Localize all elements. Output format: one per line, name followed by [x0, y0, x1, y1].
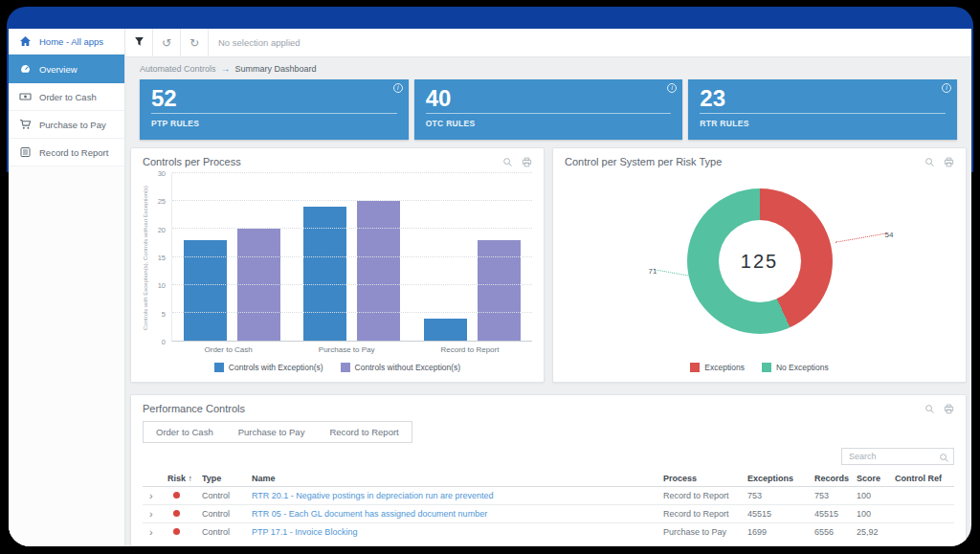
- exceptions-cell: 753: [747, 491, 814, 500]
- bar-controls-without-exception-s[interactable]: [478, 240, 521, 341]
- undo-button[interactable]: ↺: [153, 29, 181, 57]
- sidebar-item-purchase-to-pay[interactable]: Purchase to Pay: [9, 111, 124, 139]
- kpi-value: 52: [151, 84, 397, 112]
- breadcrumb-parent[interactable]: Automated Controls: [140, 64, 216, 74]
- score-cell: 100: [857, 491, 895, 500]
- sidebar-item-label: Home - All apps: [39, 36, 103, 47]
- kpi-label: RTR RULES: [700, 119, 946, 128]
- print-icon[interactable]: [944, 404, 954, 414]
- controls-table: Risk ↑TypeNameProcessExceptionsRecordsSc…: [143, 470, 954, 538]
- control-name-link[interactable]: RTR 05 - Each GL document has assigned d…: [252, 509, 663, 519]
- controls-per-process-panel: Controls per Process Controls with Excep…: [130, 147, 545, 383]
- column-header-name: Name: [252, 474, 663, 483]
- bar-controls-without-exception-s[interactable]: [357, 201, 400, 341]
- panel-actions: [924, 404, 954, 414]
- legend-item-controls-without-exception-s: Controls without Exception(s): [341, 363, 461, 372]
- process-tabs: Order to CashPurchase to PayRecord to Re…: [143, 421, 412, 443]
- print-icon[interactable]: [522, 157, 532, 167]
- zoom-icon[interactable]: [502, 157, 513, 167]
- column-header-records: Records: [814, 474, 857, 483]
- control-name-link[interactable]: RTR 20.1 - Negative postings in deprecia…: [252, 491, 663, 500]
- bar-controls-with-exception-s[interactable]: [303, 207, 346, 341]
- home-icon: [18, 35, 32, 47]
- expand-row-button[interactable]: ›: [143, 527, 167, 538]
- filter-button[interactable]: [125, 29, 153, 57]
- y-tick-label: 30: [158, 169, 166, 178]
- kpi-label: PTP RULES: [151, 119, 397, 128]
- dashboard-content: Automated Controls → Summary Dashboard i…: [125, 57, 971, 546]
- risk-dot: [173, 528, 180, 535]
- y-tick-label: 5: [162, 309, 166, 318]
- column-header-process: Process: [663, 474, 747, 483]
- bar-chart-yaxis: 051015202530: [152, 173, 171, 342]
- panel-header: Control per System per Risk Type: [565, 156, 954, 167]
- info-icon[interactable]: i: [942, 83, 951, 93]
- cart-icon: [18, 119, 32, 130]
- print-icon[interactable]: [944, 157, 954, 167]
- exceptions-cell: 1699: [747, 527, 814, 537]
- legend-item-exceptions: Exceptions: [690, 363, 745, 372]
- risk-cell: [167, 491, 202, 500]
- bar-chart-legend: Controls with Exception(s)Controls witho…: [143, 354, 532, 374]
- type-cell: Control: [202, 509, 252, 519]
- legend-label: Controls without Exception(s): [355, 363, 461, 372]
- tab-order-to-cash[interactable]: Order to Cash: [144, 422, 226, 442]
- control-name-link[interactable]: PTP 17.1 - Invoice Blocking: [252, 527, 663, 537]
- donut-center-total: 125: [719, 220, 801, 302]
- redo-button[interactable]: ↻: [181, 29, 209, 57]
- breadcrumb-current: Summary Dashboard: [235, 64, 317, 74]
- y-tick-label: 10: [158, 281, 166, 290]
- type-cell: Control: [202, 527, 252, 537]
- selection-toolbar: ↺ ↻ No selection applied: [125, 29, 971, 57]
- kpi-card-rtr-rules[interactable]: i 23 RTR RULES: [688, 79, 957, 140]
- search-icon[interactable]: [939, 450, 949, 467]
- bar-chart-categories: Order to CashPurchase to PayRecord to Re…: [171, 342, 532, 354]
- legend-swatch: [690, 363, 700, 372]
- bar-controls-with-exception-s[interactable]: [184, 240, 227, 341]
- info-icon[interactable]: i: [667, 83, 677, 93]
- sidebar-item-home[interactable]: Home - All apps: [9, 29, 124, 55]
- banknote-icon: [18, 91, 32, 102]
- tab-purchase-to-pay[interactable]: Purchase to Pay: [226, 422, 318, 442]
- expand-row-button[interactable]: ›: [143, 491, 167, 501]
- risk-cell: [167, 527, 202, 537]
- expand-row-button[interactable]: ›: [143, 509, 167, 520]
- zoom-icon[interactable]: [924, 157, 935, 167]
- sidebar-item-overview[interactable]: Overview: [9, 55, 124, 83]
- search-input[interactable]: [841, 448, 954, 465]
- sidebar-item-record-to-report[interactable]: Record to Report: [9, 139, 124, 166]
- main-area: ↺ ↻ No selection applied Automated Contr…: [125, 29, 971, 546]
- leader-line-right: [835, 233, 886, 242]
- gauge-icon: [18, 63, 32, 75]
- selection-status: No selection applied: [218, 37, 301, 48]
- breadcrumb: Automated Controls → Summary Dashboard: [130, 57, 967, 79]
- charts-row: Controls per Process Controls with Excep…: [130, 147, 967, 383]
- app-window: Home - All apps Overview Order to Cash P…: [0, 0, 980, 554]
- y-tick-label: 15: [158, 254, 166, 262]
- sidebar-item-label: Purchase to Pay: [39, 120, 106, 130]
- risk-dot: [173, 510, 180, 517]
- legend-label: Controls with Exception(s): [229, 363, 323, 372]
- tab-record-to-report[interactable]: Record to Report: [317, 422, 411, 442]
- risk-cell: [167, 509, 202, 519]
- bar-chart-plot: [171, 173, 532, 342]
- bar-controls-with-exception-s[interactable]: [424, 319, 467, 341]
- panel-header: Performance Controls: [143, 403, 954, 414]
- table-row[interactable]: ›ControlPTP 17.1 - Invoice BlockingPurch…: [143, 523, 954, 538]
- type-cell: Control: [202, 491, 252, 500]
- kpi-card-otc-rules[interactable]: i 40 OTC RULES: [414, 79, 683, 140]
- process-cell: Purchase to Pay: [663, 527, 747, 537]
- table-row[interactable]: ›ControlRTR 05 - Each GL document has as…: [143, 505, 954, 523]
- performance-controls-panel: Performance Controls Order to CashPurcha…: [130, 394, 967, 546]
- process-cell: Record to Report: [663, 509, 747, 519]
- bar-chart-area: Controls with Exception(s), Controls wit…: [143, 173, 532, 342]
- column-header-risk[interactable]: Risk ↑: [167, 474, 202, 483]
- table-row[interactable]: ›ControlRTR 20.1 - Negative postings in …: [143, 487, 954, 505]
- sidebar-item-order-to-cash[interactable]: Order to Cash: [9, 83, 124, 111]
- zoom-icon[interactable]: [924, 404, 935, 414]
- bar-controls-without-exception-s[interactable]: [237, 229, 280, 341]
- kpi-card-ptp-rules[interactable]: i 52 PTP RULES: [140, 79, 409, 140]
- donut-chart: 125 54 71: [687, 188, 833, 334]
- y-tick-label: 0: [162, 338, 166, 346]
- info-icon[interactable]: i: [393, 83, 403, 93]
